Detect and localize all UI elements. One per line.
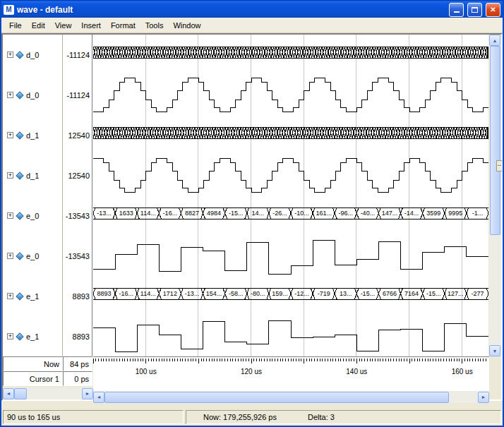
menu-format[interactable]: Format	[106, 20, 140, 31]
svg-text:-277: -277	[471, 290, 484, 297]
svg-text:7164: 7164	[404, 290, 419, 297]
expand-icon[interactable]: +	[7, 132, 13, 138]
scroll-up-icon[interactable]: ▲	[489, 35, 500, 46]
scroll-down-icon[interactable]: ▼	[489, 345, 500, 356]
svg-text:-58...: -58...	[229, 290, 244, 297]
svg-text:3599: 3599	[426, 210, 440, 217]
svg-text:1712: 1712	[163, 290, 177, 297]
menu-window[interactable]: Window	[168, 20, 205, 31]
waveform-rows: -13...1633114...-16...88274984-15...14..…	[93, 35, 488, 356]
wave-row-e_1-6[interactable]: 8893-16...114...1712-13...154...-58...-8…	[93, 276, 488, 316]
wave-vscrollbar[interactable]: ▲ ▼	[489, 35, 501, 356]
signal-name[interactable]: e_0	[26, 252, 39, 260]
scroll-right-icon[interactable]: ►	[478, 392, 489, 403]
titlebar[interactable]: M wave - default ✕	[1, 1, 503, 18]
pane-splitter-grip[interactable]	[496, 160, 502, 172]
signal-row-name[interactable]: + e_0	[3, 196, 63, 236]
signal-icon	[16, 91, 23, 99]
status-delta: Delta: 3	[308, 413, 335, 421]
minimize-icon	[454, 6, 460, 13]
svg-text:-13...: -13...	[97, 210, 112, 217]
signal-value: 8893	[63, 316, 92, 356]
signal-name[interactable]: e_0	[26, 212, 39, 220]
signal-row-name[interactable]: + e_1	[3, 316, 63, 356]
svg-text:160 us: 160 us	[452, 368, 473, 375]
expand-icon[interactable]: +	[7, 212, 13, 219]
now-label: Now	[3, 356, 63, 371]
signal-name[interactable]: d_0	[26, 51, 39, 59]
signal-icon	[16, 252, 23, 260]
signal-value: 12540	[63, 115, 92, 155]
svg-text:8827: 8827	[185, 210, 199, 217]
statusbar: 90 us to 165 us Now: 179,255,926 ps Delt…	[1, 409, 503, 426]
wave-row-d_1-3[interactable]	[93, 155, 488, 196]
expand-icon[interactable]: +	[7, 92, 13, 98]
wave-row-e_0-4[interactable]: -13...1633114...-16...88274984-15...14..…	[93, 196, 488, 236]
signal-icon	[16, 212, 23, 219]
menu-edit[interactable]: Edit	[27, 20, 50, 31]
cursor1-label[interactable]: Cursor 1	[3, 371, 63, 386]
modelsim-icon: M	[4, 5, 14, 15]
wave-row-e_0-5[interactable]	[93, 236, 488, 276]
wave-row-d_0-1[interactable]	[93, 75, 488, 115]
vscroll-thumb[interactable]	[490, 46, 500, 235]
svg-text:1633: 1633	[119, 210, 133, 217]
expand-icon[interactable]: +	[7, 52, 13, 58]
wave-row-e_1-7[interactable]	[93, 316, 488, 356]
signal-value: -13543	[63, 236, 92, 276]
svg-text:147...: 147...	[382, 210, 398, 217]
minimize-button[interactable]	[449, 3, 464, 17]
svg-text:-10...: -10...	[294, 210, 309, 217]
signal-icon	[16, 131, 23, 139]
expand-icon[interactable]: +	[7, 253, 13, 259]
svg-text:-15...: -15...	[426, 290, 441, 297]
signal-row-name[interactable]: + d_0	[3, 75, 63, 115]
vscrollbar-column: ▲ ▼	[489, 35, 501, 399]
svg-text:4984: 4984	[207, 210, 221, 217]
signal-row-name[interactable]: + e_1	[3, 276, 63, 316]
signal-name[interactable]: d_0	[26, 91, 39, 100]
svg-text:-12...: -12...	[294, 290, 309, 297]
name-panel-hscrollbar[interactable]: ◄ ►	[3, 387, 93, 399]
svg-text:-16...: -16...	[163, 210, 178, 217]
signal-name[interactable]: e_1	[26, 292, 39, 301]
signal-row-name[interactable]: + e_0	[3, 236, 63, 276]
timeline-ruler[interactable]: 100 us120 us140 us160 us	[93, 356, 489, 391]
svg-text:-15...: -15...	[229, 210, 244, 217]
signal-row-name[interactable]: + d_1	[3, 155, 63, 196]
hscroll-thumb[interactable]	[14, 388, 27, 399]
scroll-right-icon[interactable]: ►	[82, 388, 93, 399]
menu-view[interactable]: View	[50, 20, 77, 31]
svg-text:13...: 13...	[340, 290, 352, 297]
signal-name[interactable]: d_1	[26, 172, 39, 180]
svg-text:-16...: -16...	[119, 290, 133, 297]
expand-icon[interactable]: +	[7, 293, 13, 299]
scroll-left-icon[interactable]: ◄	[93, 392, 104, 403]
menu-insert[interactable]: Insert	[76, 20, 106, 31]
vscroll-track[interactable]	[489, 235, 501, 345]
svg-text:9995: 9995	[448, 210, 462, 217]
close-icon: ✕	[490, 6, 496, 13]
waveform-panel: -13...1633114...-16...88274984-15...14..…	[93, 35, 489, 399]
cursor1-value: 0 ps	[63, 371, 92, 386]
wave-row-d_1-2[interactable]	[93, 115, 488, 155]
hscroll-thumb[interactable]	[104, 392, 449, 403]
maximize-button[interactable]	[467, 3, 482, 17]
close-button[interactable]: ✕	[486, 3, 500, 17]
scroll-left-icon[interactable]: ◄	[3, 388, 14, 399]
menu-file[interactable]: File	[4, 20, 27, 31]
expand-icon[interactable]: +	[7, 333, 13, 339]
signal-name[interactable]: e_1	[26, 332, 39, 341]
svg-text:-96...: -96...	[339, 210, 354, 217]
signal-row-name[interactable]: + d_0	[3, 35, 63, 75]
wave-row-d_0-0[interactable]	[93, 35, 488, 75]
wave-hscrollbar[interactable]: ◄ ►	[93, 391, 489, 403]
now-value: 84 ps	[63, 356, 92, 371]
maximize-icon	[472, 7, 478, 13]
svg-text:140 us: 140 us	[346, 368, 367, 375]
signal-name[interactable]: d_1	[26, 131, 39, 140]
menu-tools[interactable]: Tools	[140, 20, 169, 31]
svg-text:-719: -719	[318, 290, 330, 297]
signal-row-name[interactable]: + d_1	[3, 115, 63, 155]
expand-icon[interactable]: +	[7, 172, 13, 179]
